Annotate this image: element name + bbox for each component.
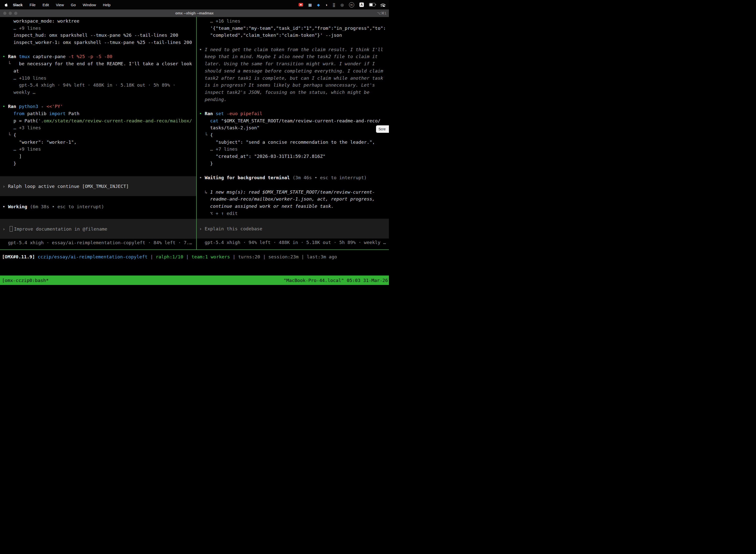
terminal-line: weekly … [0, 89, 196, 96]
terminal-line: should send a message before completing … [197, 67, 389, 75]
terminal-block: • Working (6m 38s • esc to interrupt) [0, 196, 196, 210]
terminal-line [0, 96, 196, 103]
terminal-line: "completed","claim_token":"claim-token"}… [197, 32, 389, 39]
apple-menu-icon[interactable] [4, 3, 9, 7]
terminal-line: › Ralph loop active continue [OMX_TMUX_I… [0, 184, 129, 189]
terminal-line: readme-and-reco/mailbox/worker-1.json, a… [197, 196, 389, 203]
terminal-line [197, 167, 389, 174]
screen-recording-indicator-icon[interactable] [299, 3, 303, 6]
terminal-line: task2 after task1 is complete, but can I… [197, 75, 389, 82]
terminal-line: p = Path('.omx/state/team/review-current… [0, 117, 196, 125]
terminal-line: workspace_mode: worktree [0, 18, 196, 25]
terminal-line: › Improve documentation in @filename [0, 226, 107, 232]
terminal-line: • I need to get the claim token from the… [197, 46, 389, 53]
blue-app-icon[interactable]: ◆ [317, 3, 320, 7]
terminal-line: inspect_hud: omx sparkshell --tmux-pane … [0, 32, 196, 39]
terminal-line: is in progress? It seems likely but perh… [197, 82, 389, 89]
terminal-line: … +3 lines [0, 124, 196, 131]
terminal-line: } [0, 160, 196, 167]
terminal-line: … +110 lines [0, 75, 196, 82]
battery-percent-badge-icon[interactable]: 61 [349, 2, 354, 7]
dark-circle-app-icon[interactable]: ◑ [325, 3, 327, 7]
terminal-line: "created_at": "2026-03-31T11:59:27.816Z" [197, 153, 389, 160]
terminal-line: … +9 lines [0, 146, 196, 153]
window-shortcut-label: ⌥⌘1 [377, 11, 386, 15]
terminal-line: › Explain this codebase [197, 226, 262, 231]
battery-icon[interactable] [369, 3, 375, 6]
text-cursor [10, 226, 13, 232]
terminal-line [0, 167, 196, 174]
terminal-line: ↳ 1 new msg(s): read $OMX_TEAM_STATE_ROO… [197, 189, 389, 196]
terminal-line: … +16 lines [197, 18, 389, 25]
terminal-line: inspect task2's JSON, focusing on the st… [197, 89, 389, 96]
terminal-line: • Ran set -euo pipefail [197, 110, 389, 117]
terminal-line [197, 103, 389, 110]
terminal-line: pending. [197, 96, 389, 103]
inject-banner[interactable]: › Ralph loop active continue [OMX_TMUX_I… [0, 176, 196, 196]
menu-app-name[interactable]: Slack [9, 3, 26, 7]
menu-item-file[interactable]: File [26, 3, 39, 7]
dots-grid-icon[interactable]: ⣿ [333, 3, 335, 7]
terminal-line: gpt-5.4 xhigh · 94% left · 488K in · 5.1… [197, 239, 389, 246]
terminal-line: └ be necessary for the end of the README… [0, 60, 196, 67]
terminal-line: tasks/task-2.json" [197, 124, 389, 131]
terminal-line: } [197, 160, 389, 167]
terminal-line: later. Using the same for transition mig… [197, 60, 389, 67]
tmux-host-time-label: "MacBook-Pro-44.local" 05:03 31-Mar-26 [284, 278, 389, 283]
terminal-line: • Ran python3 - <<'PY' [0, 103, 196, 110]
left-pane[interactable]: workspace_mode: worktree … +9 lines insp… [0, 17, 196, 250]
terminal-line [197, 39, 389, 46]
terminal-line: from pathlib import Path [0, 110, 196, 117]
terminal-line [0, 196, 196, 203]
terminal-line: • Waiting for background terminal (3m 46… [197, 174, 389, 181]
terminal-line: … +9 lines [0, 25, 196, 32]
terminal-line: "worker": "worker-1", [0, 139, 196, 146]
terminal-line: ] [0, 153, 196, 160]
menu-item-edit[interactable]: Edit [39, 3, 52, 7]
screenshot-popup-label: Scre [378, 127, 386, 131]
terminal-line: "subject": "send a concise recommendatio… [197, 139, 389, 146]
screen: Slack File Edit View Go Window Help ▦ ◆ … [0, 0, 389, 285]
right-pane[interactable]: … +16 lines '{"team_name":"my-team","tas… [197, 17, 389, 250]
terminal-line: • Ran tmux capture-pane -t %25 -p -S -80 [0, 53, 196, 60]
terminal-line: cat "$OMX_TEAM_STATE_ROOT/team/review-cu… [197, 117, 389, 125]
terminal-line: └ { [197, 131, 389, 139]
terminal-block: … +16 lines '{"team_name":"my-team","tas… [197, 18, 389, 217]
terminal-block: workspace_mode: worktree … +9 lines insp… [0, 18, 196, 174]
terminal-line: keep that in mind. Maybe I also need the… [197, 53, 389, 60]
terminal-block: gpt-5.4 xhigh · 94% left · 488K in · 5.1… [197, 239, 389, 246]
keyhole-icon[interactable]: ◎ [340, 3, 344, 7]
screenshot-popup[interactable]: Scre [376, 125, 389, 133]
composer-left[interactable]: › Improve documentation in @filename [0, 219, 196, 239]
grid-icon[interactable]: ▦ [308, 3, 312, 7]
terminal-line: gpt-5.4 xhigh · 94% left · 488K in · 5.1… [0, 82, 196, 89]
terminal-line: continue assigned work or next feasible … [197, 203, 389, 210]
omx-status-line: [OMX#0.11.9] cczip/essay/ai-reimplementa… [0, 250, 389, 261]
menu-bar: Slack File Edit View Go Window Help ▦ ◆ … [0, 0, 389, 9]
terminal-line: … +7 lines [197, 146, 389, 153]
tmux-session-label: [omx-cczip0:bash* [0, 278, 49, 283]
composer-right[interactable]: › Explain this codebase [197, 219, 389, 238]
terminal-line [197, 181, 389, 189]
menu-item-view[interactable]: View [52, 3, 67, 7]
terminal-line: inspect_worker-1: omx sparkshell --tmux-… [0, 39, 196, 46]
terminal-line: at [0, 67, 196, 75]
terminal-line [0, 46, 196, 53]
battery-percent-value: 61 [351, 4, 353, 6]
menu-item-go[interactable]: Go [67, 3, 79, 7]
terminal-line: '{"team_name":"my-team","task_id":"1","f… [197, 25, 389, 32]
wifi-icon[interactable] [380, 3, 385, 7]
terminal-line: [OMX#0.11.9] cczip/essay/ai-reimplementa… [0, 254, 389, 261]
input-source-icon[interactable]: A [359, 2, 364, 7]
menu-item-help[interactable]: Help [100, 3, 114, 7]
terminal-line: • Working (6m 38s • esc to interrupt) [0, 203, 196, 211]
window-title: omx --xhigh --madmax [0, 11, 389, 15]
menu-item-window[interactable]: Window [79, 3, 100, 7]
terminal-line: └ { [0, 131, 196, 139]
window-title-bar: omx --xhigh --madmax ⌥⌘1 [0, 9, 389, 17]
terminal-area: workspace_mode: worktree … +9 lines insp… [0, 17, 389, 250]
terminal-line: gpt-5.4 xhigh · essay/ai-reimplementatio… [0, 239, 196, 246]
terminal-line: ⌥ + ↑ edit [197, 210, 389, 217]
terminal-block: gpt-5.4 xhigh · essay/ai-reimplementatio… [0, 239, 196, 246]
tmux-status-bar: [omx-cczip0:bash* "MacBook-Pro-44.local"… [0, 276, 389, 285]
